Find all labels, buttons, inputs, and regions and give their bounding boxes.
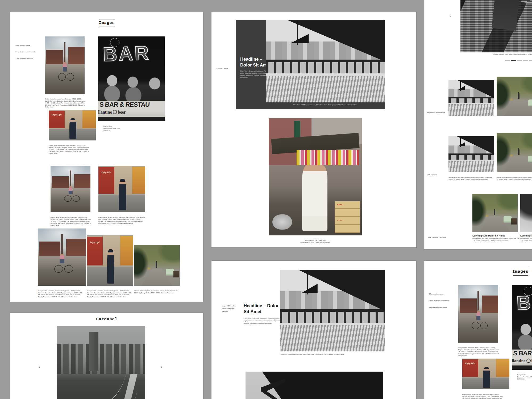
carousel-page-dash[interactable] (529, 60, 532, 61)
photo-police-billboards: Enjoy Life! (462, 359, 509, 389)
caption-hotdog: Hotdog stand, 1963, New York Photograph:… (269, 240, 362, 244)
callout-box: Headline – Dolor Sit Amet Short Text – O… (236, 20, 385, 109)
link-bowery[interactable]: Bowery, New York, 1965 (103, 127, 120, 129)
photo-park-pram (497, 133, 532, 172)
photo-bar-window: BAR S BAR & RESTAU llantinebeer (98, 36, 165, 121)
caption-bicycle-girl: Evelyn Hofer, American, born Germany (19… (458, 347, 500, 357)
artboard-headline-page: Large H3 Headline Small paragraph Captio… (211, 261, 416, 399)
photo-bicycle-girl (38, 228, 86, 286)
caption-bicycle-girl: Evelyn Hofer, American, born Germany (19… (45, 98, 86, 108)
photo-park-path (520, 194, 532, 232)
caption-police: Evelyn Hofer, American, born Germany (19… (87, 290, 131, 298)
photo-modern-babylon (460, 0, 532, 52)
artboard-image-pairs: ‹ Modern Babylon, 1964, New York | Photo… (424, 0, 532, 249)
enjoy-life-billboard: Enjoy Life! (88, 241, 102, 244)
images-panel-title: Images (10, 21, 203, 25)
carousel-page-dash[interactable] (517, 60, 522, 61)
note-caption-space: 16px caption space (429, 293, 444, 295)
photo-police-billboards: Enjoy Life! (98, 166, 145, 212)
photo-park-pram (497, 77, 532, 116)
caption-park-pram: Woman child and pram, St Stephen's Green… (448, 176, 495, 180)
images-title-block: Images (424, 267, 532, 277)
label-large-headline: Large H3 Headline Small paragraph Captio… (222, 305, 243, 313)
label-with-captions-headline: with captions / headline (428, 236, 446, 239)
photo-bicycle-girl (458, 285, 498, 343)
caption-fdr-bridge: View from FDR Drive downtown, 1964, New … (280, 354, 387, 356)
carousel-prev-button[interactable]: ‹ (450, 13, 451, 18)
caption-bicycle-girl: Evelyn Hofer, American, born Germany (19… (51, 217, 92, 227)
caption-park-pram: Woman child and pram, St Stephen's Green… (134, 290, 180, 294)
enjoy-life-billboard: Enjoy Life! (50, 114, 64, 116)
bar-neon-sign: BAR (102, 41, 163, 69)
photo-fdr-bridge (266, 20, 385, 102)
link-galerie-m[interactable]: Galerie m (517, 378, 524, 380)
artboard-images-bottom: Images 16px caption space 24 px between … (424, 261, 532, 399)
carousel-title-block: Carousel (10, 317, 203, 322)
caption-bicycle-girl: Evelyn Hofer, American, born Germany (19… (38, 290, 82, 298)
caption-park-pram: Woman child and pram, St Stephen's Green… (497, 176, 532, 180)
carousel-next-button[interactable]: › (161, 364, 162, 369)
carousel-page-dash[interactable] (505, 60, 510, 61)
note-vertical-gap: 32px between vertically (15, 57, 33, 60)
bar-neon-sign: BAR (516, 290, 532, 317)
caption-modern-babylon: Modern Babylon, 1964, New York | Photogr… (493, 54, 532, 56)
carousel-prev-button[interactable]: ‹ (39, 364, 40, 369)
caption-police: Evelyn Hofer, American, born Germany (19… (462, 393, 504, 399)
caption-bar-credit: Evelyn Hofer Bowery, New York, 1965 Gale… (517, 374, 532, 380)
caption-police: Evelyn Hofer, American, born Germany (19… (49, 145, 90, 155)
caption-bar-credit: Evelyn Hofer Bowery, New York, 1965 Gale… (103, 125, 143, 131)
title-rule-top (99, 19, 115, 19)
photo-police-billboards: Enjoy Life! (49, 110, 96, 140)
title-rule-bottom (99, 27, 115, 27)
bar-restaurant-sign: S BAR & RESTAU llantinebeer (98, 101, 165, 117)
label-aligned-bottom-edge: aligned on bottom edge (427, 111, 445, 114)
photo-bridge-closeup (246, 372, 383, 399)
note-horizontal-gap: 24 px between horizontally (15, 51, 36, 53)
enjoy-life-billboard: Enjoy Life! (463, 362, 477, 365)
images-panel-title: Images (424, 269, 532, 274)
images-title-block: Images (10, 18, 203, 28)
artboard-images-top: Images 16px caption space 24 px between … (10, 12, 203, 302)
photo-fdr-bridge (280, 270, 385, 351)
caption-police: Evelyn Hofer, American, born Germany (19… (98, 217, 145, 225)
title-rule-top (513, 268, 528, 268)
carousel-page-dash[interactable] (523, 60, 528, 61)
photo-park-pram (134, 245, 180, 286)
photo-hotdog-stand: PEPSIPEPSI (269, 118, 362, 235)
note-caption-space: 16px caption space (15, 44, 30, 47)
carousel-panel-title: Carousel (10, 317, 203, 322)
photo-highway-interchange (57, 326, 145, 399)
note-vertical-gap: 32px between vertically (429, 306, 447, 309)
link-galerie-m[interactable]: Galerie m (103, 129, 110, 131)
lorem-headline: Lorem Ipsum Dolor Sit Amet (472, 234, 505, 237)
lorem-headline: Lorem Ipsum Dolor Sit Amet (520, 234, 532, 237)
artboard-special-callout: Special Callout Headline – Dolor Sit Ame… (211, 12, 416, 247)
photo-fdr-bridge (448, 80, 494, 116)
title-rule-bottom (513, 275, 528, 276)
photo-bicycle-girl (51, 166, 90, 212)
label-special-callout: Special Callout (217, 67, 228, 70)
bar-restaurant-sign: S BAR & RESTAU llantinebeer (512, 350, 532, 365)
photo-fdr-bridge (448, 136, 494, 172)
caption-fdr-bridge: View from FDR Drive downtown, 1964, New … (266, 104, 385, 106)
design-canvas: { "canvas": {"bg": "#9b9b9b", "panel_bg"… (0, 0, 532, 399)
enjoy-life-billboard: Enjoy Life! (99, 171, 114, 174)
page-headline: Headline – Dolor Sit Amet (244, 303, 279, 314)
link-bowery[interactable]: Bowery, New York, 1965 (517, 376, 532, 378)
photo-police-billboards: Enjoy Life! (87, 235, 133, 286)
photo-bicycle-girl (45, 36, 85, 94)
caption-park-pram: Woman child and pram, St Stephen's Green… (472, 238, 520, 242)
label-with-captions: with captions (427, 173, 437, 176)
photo-park-pram (472, 194, 518, 232)
artboard-carousel: Carousel ‹ › (10, 313, 203, 399)
caption-park-pram: Woman child and pram, St Stephen's Green… (520, 238, 532, 242)
carousel-page-dash-active[interactable] (511, 60, 516, 61)
page-short-text: Short Text – Occaecat habitasse. Adipisc… (244, 318, 284, 324)
note-horizontal-gap: 24 px between horizontally (429, 299, 449, 302)
photo-bar-window: BAR S BAR & RESTAU llantinebeer (512, 285, 532, 370)
pepsi-crates: PEPSIPEPSI (335, 201, 360, 233)
